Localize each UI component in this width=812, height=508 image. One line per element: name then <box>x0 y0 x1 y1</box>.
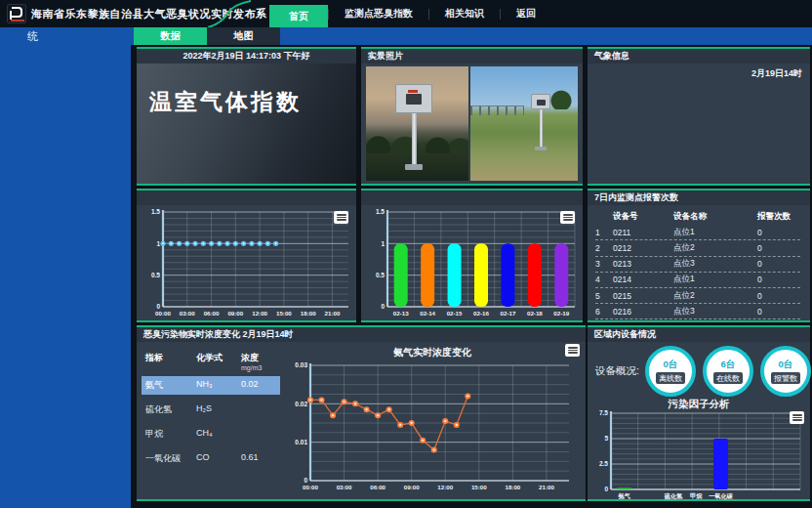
svg-text:1.5: 1.5 <box>376 208 385 215</box>
svg-text:02-16: 02-16 <box>473 310 489 317</box>
svg-text:12:00: 12:00 <box>252 310 267 317</box>
app-title-continued: 统 <box>27 29 38 44</box>
alarm-label: 报警数 <box>771 372 800 384</box>
pollutant-name: 硫化氢 <box>145 403 196 416</box>
pollutant-value: 0.61 <box>241 452 276 462</box>
odor-row-ch4[interactable]: 甲烷 CH₄ <box>142 425 280 444</box>
pollutant-formula: H₂S <box>196 403 241 413</box>
alarm-table: 设备号 设备名称 报警次数 1 0211 点位1 0 2 0212 点位2 0 … <box>588 205 810 319</box>
svg-text:0: 0 <box>604 486 608 492</box>
svg-text:21:00: 21:00 <box>539 484 554 490</box>
device-name: 点位3 <box>673 306 757 318</box>
photo-row <box>366 66 578 181</box>
pollutant-name: 氨气 <box>145 379 196 392</box>
nav-back[interactable]: 返回 <box>501 0 551 27</box>
device-status-circles: 0台 离线数 6台 在线数 0台 报警数 <box>645 346 811 397</box>
sub-bar <box>0 27 812 45</box>
logo-red-mark <box>11 20 24 22</box>
alarm-panel-title: 7日内监测点报警次数 <box>588 190 810 205</box>
svg-text:1: 1 <box>381 240 385 247</box>
row-index: 6 <box>595 307 613 317</box>
row-index: 4 <box>595 275 613 284</box>
row-index: 3 <box>595 259 613 269</box>
pollutant-formula: NH₃ <box>196 379 241 389</box>
odor-row-ammonia[interactable]: 氨气 NH₃ 0.02 <box>142 376 280 395</box>
tab-map[interactable]: 地图 <box>207 27 280 45</box>
device-no: 0216 <box>613 307 673 317</box>
svg-text:02-13: 02-13 <box>393 310 409 317</box>
tree <box>548 88 574 109</box>
svg-text:0.01: 0.01 <box>295 439 307 445</box>
concentration-unit: mg/m3 <box>241 364 276 371</box>
svg-text:18:00: 18:00 <box>505 484 520 490</box>
device-overview-label: 设备概况: <box>595 364 639 378</box>
odor-row-co[interactable]: 一氧化碳 CO 0.61 <box>142 449 280 468</box>
chart-panel-header <box>361 190 583 205</box>
svg-text:0.5: 0.5 <box>151 272 160 278</box>
weather-datetime: 2月19日14时 <box>588 64 810 80</box>
alarm-table-row: 2 0212 点位2 0 <box>595 240 800 256</box>
header-swoosh-decoration <box>200 0 268 27</box>
ammonia-realtime-chart: 00.010.020.0300:0003:0006:0009:0012:0015… <box>283 360 578 495</box>
monitoring-device-photo1 <box>395 84 432 170</box>
svg-text:02-15: 02-15 <box>447 310 463 317</box>
panel-region-devices: 区域内设备情况 设备概况: 0台 离线数 6台 在线数 0台 报警数 污染因子分… <box>588 325 810 501</box>
region-panel-title: 区域内设备情况 <box>588 327 810 342</box>
online-label: 在线数 <box>713 372 743 384</box>
tab-data[interactable]: 数据 <box>134 27 207 45</box>
svg-text:03:00: 03:00 <box>180 310 195 317</box>
alarm-count-badge: 0台 报警数 <box>760 346 811 397</box>
alarm-table-row: 3 0213 点位3 0 <box>595 257 800 273</box>
panel-greeting: 2022年2月19日 14:17:03 下午好 温室气体指数 <box>137 47 356 186</box>
alarm-count: 0 <box>757 275 800 284</box>
svg-text:1.5: 1.5 <box>151 208 160 215</box>
pollutant-name: 甲烷 <box>145 428 196 441</box>
row-index: 2 <box>595 243 613 253</box>
svg-text:00:00: 00:00 <box>155 310 171 317</box>
svg-text:00:00: 00:00 <box>303 484 318 490</box>
col-device-no: 设备号 <box>613 211 673 223</box>
chart-panel-header <box>137 190 356 205</box>
svg-text:09:00: 09:00 <box>404 484 420 490</box>
svg-text:18:00: 18:00 <box>301 310 316 317</box>
page-headline: 温室气体指数 <box>137 64 356 117</box>
device-overview: 设备概况: 0台 离线数 6台 在线数 0台 报警数 <box>591 343 806 400</box>
alarm-table-row: 6 0216 点位3 0 <box>595 304 800 319</box>
svg-text:21:00: 21:00 <box>325 310 341 317</box>
svg-text:15:00: 15:00 <box>471 484 487 490</box>
device-no: 0213 <box>613 259 673 269</box>
chart-menu-icon[interactable] <box>334 211 348 224</box>
svg-text:15:00: 15:00 <box>276 310 292 317</box>
col-formula: 化学式 <box>196 352 241 364</box>
panel-photos: 实景照片 <box>361 47 583 186</box>
col-device-name: 设备名称 <box>673 211 757 223</box>
site-photo-dusk[interactable] <box>366 66 468 181</box>
pollutant-value: 0.02 <box>241 379 276 389</box>
chart-menu-icon[interactable] <box>565 344 580 357</box>
svg-text:0.5: 0.5 <box>376 272 385 278</box>
device-name: 点位3 <box>673 258 757 270</box>
ammonia-chart-title: 氨气实时浓度变化 <box>283 344 582 360</box>
chart-menu-icon[interactable] <box>790 411 804 424</box>
panel-odor-concentration: 恶臭污染物实时浓度变化 2月19日14时 指标 化学式 浓度 mg/m3 氨气 … <box>137 325 586 501</box>
panel-index-trend-chart: 00.511.500:0003:0006:0009:0012:0015:0018… <box>137 189 356 322</box>
col-concentration: 浓度 mg/m3 <box>241 352 276 371</box>
alarm-count: 0台 <box>779 359 793 371</box>
site-photo-day[interactable] <box>470 66 578 181</box>
weather-panel-title: 气象信息 <box>588 49 810 64</box>
chart-menu-icon[interactable] <box>560 211 575 224</box>
view-tabs: 数据 地图 <box>134 27 280 45</box>
device-no: 0212 <box>613 243 673 253</box>
svg-text:09:00: 09:00 <box>227 310 243 317</box>
odor-row-h2s[interactable]: 硫化氢 H₂S <box>142 401 280 419</box>
svg-text:02-17: 02-17 <box>501 310 516 317</box>
greeting-body: 温室气体指数 <box>137 64 356 184</box>
nav-home[interactable]: 首页 <box>269 5 328 27</box>
top-bar: 海南省乐东黎族自治县大气恶臭状况实时发布系 首页 监测点恶臭指数 相关知识 返回 <box>0 0 812 27</box>
online-count-badge: 6台 在线数 <box>703 346 753 397</box>
nav-knowledge[interactable]: 相关知识 <box>429 0 500 27</box>
device-no: 0215 <box>613 291 673 301</box>
device-name: 点位2 <box>673 290 757 302</box>
svg-text:硫化氢: 硫化氢 <box>664 492 683 500</box>
nav-odor-index[interactable]: 监测点恶臭指数 <box>329 0 428 27</box>
